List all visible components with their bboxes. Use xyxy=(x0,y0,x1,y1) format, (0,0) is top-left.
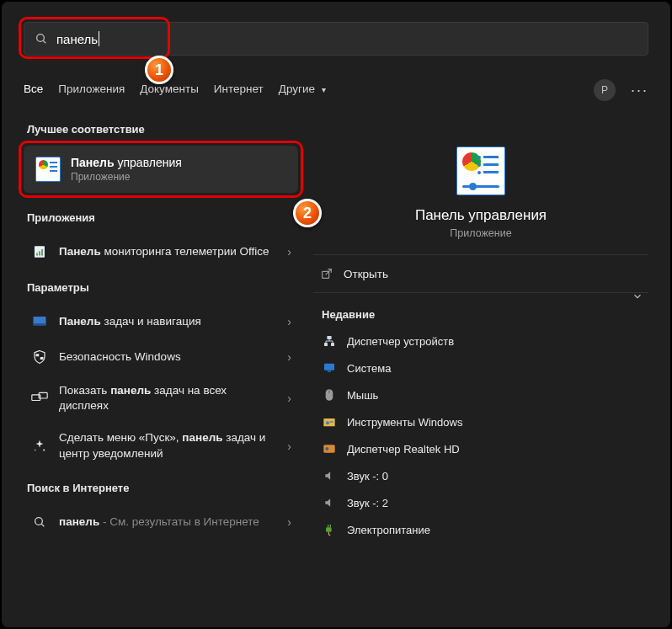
svg-point-14 xyxy=(35,518,43,525)
chevron-down-icon: ▾ xyxy=(322,85,326,94)
annotation-badge-2: 2 xyxy=(293,199,322,227)
best-match-wrap: Панель управления Приложение xyxy=(24,146,298,193)
search-query-text: панель xyxy=(56,32,98,46)
best-match-title: Панель управления xyxy=(71,156,182,169)
best-match-subtitle: Приложение xyxy=(71,171,182,183)
tab-web[interactable]: Интернет xyxy=(214,83,264,99)
apps-heading: Приложения xyxy=(27,211,298,224)
hl: панель xyxy=(59,515,99,528)
tab-other-label: Другие xyxy=(279,83,315,95)
svg-rect-17 xyxy=(327,336,331,339)
result-setting-start-taskbar-action-center[interactable]: Сделать меню «Пуск», панель задач и цент… xyxy=(24,422,298,469)
chevron-right-icon: › xyxy=(287,392,291,405)
chevron-right-icon: › xyxy=(287,245,291,259)
svg-rect-4 xyxy=(39,251,40,255)
chevron-right-icon: › xyxy=(287,315,291,328)
recent-power-options[interactable]: Электропитание xyxy=(313,516,648,543)
svg-rect-29 xyxy=(326,527,332,531)
document-chart-icon xyxy=(30,243,49,261)
power-plug-icon xyxy=(322,522,337,537)
detail-hero: Панель управления Приложение xyxy=(313,123,648,254)
svg-point-13 xyxy=(35,449,36,450)
realtek-icon xyxy=(322,441,337,456)
search-input[interactable]: панель xyxy=(24,22,648,56)
filter-tabs: Все Приложения Документы Интернет Другие… xyxy=(24,79,648,101)
svg-rect-20 xyxy=(324,364,334,370)
user-avatar[interactable]: P xyxy=(594,79,616,101)
svg-line-15 xyxy=(41,524,44,526)
badge-1-label: 1 xyxy=(155,61,163,79)
hl: Панель xyxy=(59,245,101,258)
tab-other[interactable]: Другие ▾ xyxy=(279,83,326,99)
result-label: Безопасность Windows xyxy=(59,349,277,365)
recent-system[interactable]: Система xyxy=(313,354,648,381)
chevron-right-icon: › xyxy=(287,440,291,453)
svg-rect-24 xyxy=(323,418,334,426)
result-app-office-telemetry[interactable]: Панель мониторинга телеметрии Office › xyxy=(24,234,298,269)
recent-sound-2[interactable]: Звук -: 2 xyxy=(313,489,648,516)
open-label: Открыть xyxy=(344,268,388,280)
svg-rect-18 xyxy=(324,343,328,346)
best-match-heading: Лучшее соответствие xyxy=(27,123,298,136)
recent-label: Электропитание xyxy=(347,524,430,536)
svg-rect-21 xyxy=(328,370,331,371)
speaker-icon xyxy=(322,468,337,483)
control-panel-icon xyxy=(35,157,61,182)
recent-device-manager[interactable]: Диспетчер устройств xyxy=(313,328,648,354)
recent-heading: Недавние xyxy=(322,308,648,321)
detail-title: Панель управления xyxy=(415,207,547,224)
svg-rect-8 xyxy=(36,354,40,356)
content-columns: Лучшее соответствие Панель управления Пр… xyxy=(24,123,648,543)
rest: мониторинга телеметрии Office xyxy=(101,245,269,258)
monitor-icon xyxy=(322,360,337,376)
result-label: панель - См. результаты в Интернете xyxy=(59,514,277,530)
speaker-icon xyxy=(322,495,337,510)
recent-label: Система xyxy=(347,362,391,375)
recent-mouse[interactable]: Мышь xyxy=(313,381,648,408)
open-action[interactable]: Открыть xyxy=(313,254,648,293)
tab-all[interactable]: Все xyxy=(24,83,43,99)
result-setting-show-taskbar-all-displays[interactable]: Показать панель задач на всех дисплеях › xyxy=(24,375,298,422)
svg-rect-31 xyxy=(330,525,331,527)
svg-point-0 xyxy=(37,35,45,42)
tab-documents[interactable]: Документы xyxy=(140,83,199,99)
p1: Показать xyxy=(59,384,110,397)
result-web-search[interactable]: панель - См. результаты в Интернете › xyxy=(24,504,298,540)
result-label: Показать панель задач на всех дисплеях xyxy=(59,383,277,413)
svg-point-12 xyxy=(43,449,45,450)
result-setting-taskbar-navigation[interactable]: Панель задач и навигация › xyxy=(24,304,298,339)
search-wrap: панель xyxy=(24,22,648,56)
more-options-button[interactable]: ··· xyxy=(631,82,648,99)
start-menu-search-window: панель 1 Все Приложения Документы Интерн… xyxy=(0,0,672,629)
svg-rect-26 xyxy=(330,421,333,422)
result-setting-windows-security[interactable]: Безопасность Windows › xyxy=(24,339,298,375)
result-label: Панель мониторинга телеметрии Office xyxy=(59,244,277,259)
result-label: Сделать меню «Пуск», панель задач и цент… xyxy=(59,430,277,461)
tab-apps[interactable]: Приложения xyxy=(58,83,125,99)
chevron-right-icon: › xyxy=(287,350,291,364)
annotation-badge-1: 1 xyxy=(145,56,173,84)
open-external-icon xyxy=(320,267,333,280)
svg-line-1 xyxy=(43,40,45,43)
results-column: Лучшее соответствие Панель управления Пр… xyxy=(24,123,298,543)
hl: панель xyxy=(110,384,151,397)
svg-rect-9 xyxy=(40,357,44,360)
expand-chevron-icon[interactable] xyxy=(632,291,643,302)
best-match-result[interactable]: Панель управления Приложение xyxy=(24,146,298,193)
recent-label: Звук -: 0 xyxy=(347,470,388,482)
recent-sound-0[interactable]: Звук -: 0 xyxy=(313,462,648,489)
recent-windows-tools[interactable]: Инструменты Windows xyxy=(313,408,648,435)
best-match-title-rest: управления xyxy=(115,156,182,169)
device-manager-icon xyxy=(322,333,337,349)
badge-2-label: 2 xyxy=(303,205,312,222)
tabs-right: P ··· xyxy=(594,79,648,101)
recent-realtek-hd[interactable]: Диспетчер Realtek HD xyxy=(313,435,648,462)
svg-point-25 xyxy=(326,421,329,424)
rest: - См. результаты в Интернете xyxy=(99,515,259,528)
svg-rect-5 xyxy=(41,249,43,256)
svg-rect-7 xyxy=(34,323,46,325)
shield-icon xyxy=(30,348,49,366)
result-label: Панель задач и навигация xyxy=(59,314,277,329)
inner-panel: панель 1 Все Приложения Документы Интерн… xyxy=(2,2,670,627)
search-icon xyxy=(30,513,49,531)
